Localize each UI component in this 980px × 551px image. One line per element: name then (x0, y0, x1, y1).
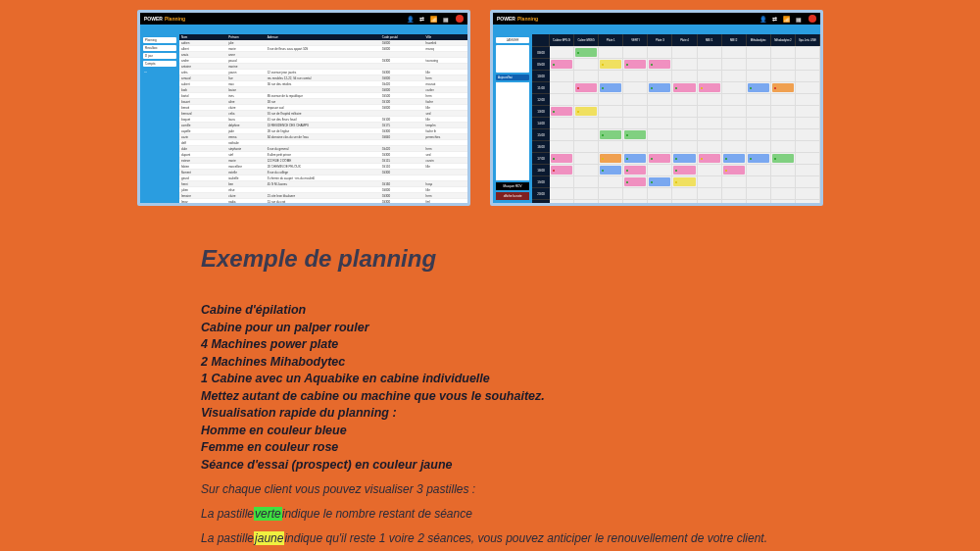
time-slot[interactable] (747, 58, 771, 70)
time-slot[interactable] (623, 175, 648, 187)
appointment[interactable] (748, 154, 769, 163)
time-slot[interactable] (599, 175, 623, 187)
time-slot[interactable] (574, 58, 599, 70)
time-slot[interactable] (672, 105, 697, 117)
time-slot[interactable] (574, 117, 599, 128)
time-slot[interactable] (623, 105, 648, 117)
time-slot[interactable] (550, 128, 574, 140)
resource-header[interactable]: Spa Jets LINE (796, 34, 820, 46)
time-slot[interactable] (550, 70, 574, 81)
time-slot[interactable] (550, 164, 574, 175)
time-slot[interactable] (771, 164, 796, 175)
time-slot[interactable] (599, 187, 623, 199)
appointment[interactable] (624, 130, 646, 139)
time-slot[interactable] (672, 175, 697, 187)
time-slot[interactable] (648, 187, 672, 199)
time-slot[interactable] (599, 46, 623, 58)
time-slot[interactable] (698, 199, 722, 203)
appointment[interactable] (673, 83, 695, 92)
appointment[interactable] (673, 166, 695, 175)
time-slot[interactable] (672, 46, 697, 58)
time-slot[interactable] (672, 187, 697, 199)
time-slot[interactable] (771, 46, 796, 58)
time-slot[interactable] (771, 199, 796, 203)
resource-header[interactable] (532, 34, 550, 46)
time-slot[interactable] (698, 140, 722, 152)
time-slot[interactable] (796, 140, 820, 152)
resource-header[interactable]: Calme MSSG (574, 34, 599, 46)
time-slot[interactable] (550, 58, 574, 70)
time-slot[interactable] (698, 117, 722, 128)
time-slot[interactable] (599, 152, 623, 164)
time-slot[interactable] (747, 117, 771, 128)
time-slot[interactable] (623, 128, 648, 140)
time-slot[interactable] (771, 187, 796, 199)
mask-rdv[interactable]: Masquer RDV (496, 182, 529, 190)
time-slot[interactable] (698, 152, 722, 164)
appointment[interactable] (649, 154, 670, 163)
time-slot[interactable] (623, 164, 648, 175)
time-slot[interactable] (648, 58, 672, 70)
filter-compta[interactable]: Compta (143, 61, 176, 67)
time-slot[interactable] (672, 140, 697, 152)
time-slot[interactable] (623, 81, 648, 93)
time-slot[interactable] (722, 117, 747, 128)
time-slot[interactable] (672, 128, 697, 140)
time-slot[interactable] (672, 199, 697, 203)
appointment[interactable] (649, 60, 670, 69)
time-slot[interactable] (599, 164, 623, 175)
time-slot[interactable] (722, 58, 747, 70)
appointment[interactable] (624, 177, 646, 186)
time-slot[interactable] (648, 140, 672, 152)
time-slot[interactable] (648, 70, 672, 81)
time-slot[interactable] (747, 81, 771, 93)
time-slot[interactable] (550, 46, 574, 58)
time-slot[interactable] (623, 187, 648, 199)
time-slot[interactable] (771, 175, 796, 187)
time-slot[interactable] (550, 117, 574, 128)
time-slot[interactable] (796, 128, 820, 140)
time-slot[interactable] (550, 175, 574, 187)
time-slot[interactable] (747, 187, 771, 199)
time-slot[interactable] (771, 105, 796, 117)
time-slot[interactable] (599, 105, 623, 117)
time-slot[interactable] (698, 70, 722, 81)
close-icon[interactable] (808, 15, 816, 23)
time-slot[interactable] (623, 93, 648, 105)
appointment[interactable] (673, 177, 695, 186)
filter-planning[interactable]: Planning (143, 37, 176, 43)
time-slot[interactable] (796, 58, 820, 70)
appointment[interactable] (575, 83, 597, 92)
time-slot[interactable] (574, 93, 599, 105)
time-slot[interactable] (796, 199, 820, 203)
appointment[interactable] (624, 60, 646, 69)
time-slot[interactable] (623, 152, 648, 164)
time-slot[interactable] (771, 117, 796, 128)
time-slot[interactable] (771, 140, 796, 152)
time-slot[interactable] (796, 187, 820, 199)
time-slot[interactable] (722, 199, 747, 203)
appointment[interactable] (551, 166, 572, 175)
close-icon[interactable] (456, 15, 464, 23)
time-slot[interactable] (623, 70, 648, 81)
time-slot[interactable] (599, 199, 623, 203)
time-slot[interactable] (648, 93, 672, 105)
time-slot[interactable] (648, 175, 672, 187)
mini-calendar[interactable] (496, 45, 529, 73)
time-slot[interactable] (722, 81, 747, 93)
time-slot[interactable] (796, 175, 820, 187)
time-slot[interactable] (648, 46, 672, 58)
resource-header[interactable]: MB#1 (698, 34, 722, 46)
appointment[interactable] (723, 154, 745, 163)
client-table[interactable]: NomPrénomAdresseCode postalVilleadrienju… (179, 34, 467, 203)
time-slot[interactable] (796, 105, 820, 117)
time-slot[interactable] (550, 140, 574, 152)
time-slot[interactable] (574, 128, 599, 140)
resource-header[interactable]: Plate 1 (599, 34, 623, 46)
time-slot[interactable] (648, 152, 672, 164)
show-note[interactable]: affiche la note (496, 192, 529, 200)
time-slot[interactable] (722, 128, 747, 140)
filter-jour[interactable]: D jour (143, 53, 176, 59)
time-slot[interactable] (771, 70, 796, 81)
appointment[interactable] (772, 154, 794, 163)
